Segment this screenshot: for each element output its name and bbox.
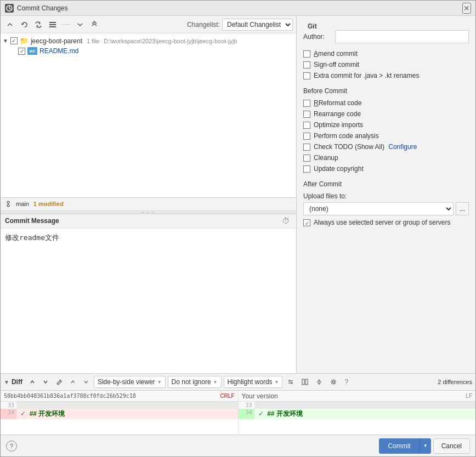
- diff-label: Diff: [12, 378, 22, 386]
- child-checkbox[interactable]: [18, 48, 25, 55]
- reformat-checkbox[interactable]: [303, 100, 310, 107]
- upload-select[interactable]: (none): [303, 202, 454, 215]
- commit-message-area: Commit Message ⏱ 修改readme文件: [1, 214, 296, 374]
- configure-link[interactable]: Configure: [388, 143, 417, 151]
- tree-child-item[interactable]: MD README.md: [1, 46, 296, 56]
- window-title: Commit Changes: [17, 4, 68, 12]
- diff-toggle[interactable]: ▼ Diff: [4, 378, 22, 386]
- highlight-arrow: ▼: [275, 380, 279, 385]
- author-input[interactable]: [335, 30, 469, 43]
- svg-point-6: [7, 201, 9, 203]
- diff-right-header: Your version LF: [239, 391, 476, 402]
- list-view-button[interactable]: [47, 19, 59, 31]
- update-copyright-label: Update copyright: [314, 165, 364, 173]
- commit-arrow-icon: ▼: [423, 443, 428, 448]
- root-path: D:\workspace\2023\jeecg-boot-jyjb\jeecg-…: [104, 38, 237, 44]
- collapse-arrow: ▼: [4, 379, 9, 385]
- sign-off-checkbox[interactable]: [303, 61, 310, 68]
- extra-commit-label: Extra commit for .java > .kt renames: [314, 72, 419, 79]
- highlight-label: Highlight words: [228, 378, 273, 386]
- optimize-checkbox[interactable]: [303, 122, 310, 129]
- commit-changes-window: Commit Changes ✕: [0, 0, 476, 457]
- move-up-button[interactable]: [4, 19, 16, 31]
- diff-help-button[interactable]: ?: [342, 376, 351, 388]
- diff-next-change[interactable]: [81, 376, 92, 388]
- diff-header: ▼ Diff Side-by: [1, 374, 475, 391]
- author-label: Author:: [303, 33, 331, 41]
- upload-label: Upload files to:: [303, 192, 469, 200]
- root-label: jeecg-boot-parent: [31, 37, 82, 45]
- file-icon: MD: [27, 47, 37, 55]
- diff-section: ▼ Diff Side-by: [1, 373, 475, 435]
- ignore-label: Do not ignore: [172, 378, 211, 386]
- title-bar-left: Commit Changes: [5, 4, 68, 13]
- left-panel: Changelist: Default Changelist ▼ 📁 jeecg…: [1, 16, 297, 373]
- undo-button[interactable]: [18, 19, 30, 31]
- diff-prev-button[interactable]: [27, 376, 38, 388]
- diff-ln-left-1: 33: [1, 402, 17, 409]
- commit-message-menu[interactable]: ⏱: [280, 215, 292, 227]
- lf-badge: LF: [466, 393, 472, 399]
- help-button[interactable]: ?: [6, 441, 17, 452]
- diff-right-label: Your version: [242, 392, 278, 400]
- changelist-select[interactable]: Default Changelist: [222, 19, 293, 31]
- check-todo-checkbox[interactable]: [303, 144, 310, 151]
- diff-gear-button[interactable]: [327, 376, 339, 388]
- commit-message-input[interactable]: 修改readme文件: [1, 229, 296, 374]
- diff-edit-button[interactable]: [53, 376, 65, 388]
- git-section-title: Git: [303, 22, 469, 30]
- sign-off-label: Sign-off commit: [314, 61, 359, 68]
- diff-row-right-1: 33: [239, 402, 476, 409]
- diff-bottom-area: 58bb4bb048361b836a1af3788cf0fdc26b529c18…: [1, 391, 475, 435]
- close-button[interactable]: ✕: [462, 3, 471, 14]
- toolbar: Changelist: Default Changelist: [1, 16, 296, 33]
- root-checkbox[interactable]: [10, 37, 18, 44]
- collapse-button[interactable]: [88, 19, 100, 31]
- diff-options-button[interactable]: [285, 376, 297, 388]
- commit-button[interactable]: Commit: [379, 438, 419, 454]
- diff-prev-change[interactable]: [67, 376, 78, 388]
- svg-point-7: [7, 204, 9, 207]
- ignore-dropdown[interactable]: Do not ignore ▼: [168, 376, 222, 388]
- svg-point-17: [332, 381, 335, 383]
- refresh-button[interactable]: [32, 19, 44, 31]
- after-commit-title: After Commit: [303, 180, 469, 188]
- upload-browse-button[interactable]: ...: [456, 202, 469, 215]
- bottom-bar: ? Commit ▼ Cancel: [1, 435, 475, 456]
- highlight-dropdown[interactable]: Highlight words ▼: [224, 376, 283, 388]
- viewer-label: Side-by-side viewer: [98, 378, 155, 386]
- file-status-bar: main 1 modified: [1, 198, 296, 211]
- right-panel: Git Author: Amend commit Sign-off commit…: [297, 16, 475, 373]
- update-copyright-checkbox[interactable]: [303, 165, 310, 173]
- commit-message-header: Commit Message ⏱: [1, 214, 296, 229]
- svg-line-2: [9, 8, 11, 9]
- bottom-right: Commit ▼ Cancel: [379, 438, 470, 454]
- commit-dropdown-button[interactable]: ▼: [420, 438, 431, 454]
- amend-commit-checkbox[interactable]: [303, 50, 310, 58]
- always-use-checkbox[interactable]: [303, 219, 310, 226]
- rearrange-row: Rearrange code: [303, 110, 469, 118]
- file-tree: ▼ 📁 jeecg-boot-parent 1 file D:\workspac…: [1, 33, 296, 198]
- diff-collapse-button[interactable]: [313, 376, 325, 388]
- update-copyright-row: Update copyright: [303, 165, 469, 173]
- extra-commit-row: Extra commit for .java > .kt renames: [303, 72, 469, 79]
- diff-next-button[interactable]: [40, 376, 51, 388]
- reformat-label: RReformat code: [314, 99, 361, 107]
- diff-text-left-1: [17, 402, 238, 409]
- check-todo-label: Check TODO (Show All) Configure: [314, 143, 417, 151]
- crlf-badge: CRLF: [220, 393, 234, 399]
- extra-commit-checkbox[interactable]: [303, 72, 310, 79]
- diff-sync-button[interactable]: [299, 376, 311, 388]
- check-todo-row: Check TODO (Show All) Configure: [303, 143, 469, 151]
- optimize-label: Optimize imports: [314, 121, 363, 129]
- cancel-button[interactable]: Cancel: [433, 438, 470, 454]
- cleanup-checkbox[interactable]: [303, 155, 310, 162]
- perform-checkbox[interactable]: [303, 133, 310, 140]
- modified-badge: 1 modified: [33, 201, 64, 207]
- always-use-label: Always use selected server or group of s…: [314, 219, 450, 226]
- expand-button[interactable]: [74, 19, 86, 31]
- tree-root-item[interactable]: ▼ 📁 jeecg-boot-parent 1 file D:\workspac…: [1, 36, 296, 46]
- rearrange-checkbox[interactable]: [303, 111, 310, 118]
- viewer-dropdown[interactable]: Side-by-side viewer ▼: [94, 376, 166, 388]
- diff-left-hash: 58bb4bb048361b836a1af3788cf0fdc26b529c18: [4, 393, 136, 399]
